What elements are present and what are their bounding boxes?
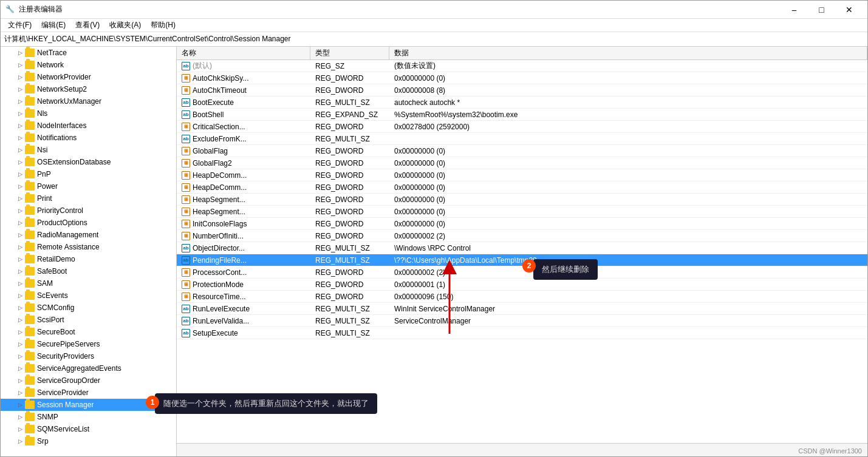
table-row[interactable]: abBootShellREG_EXPAND_SZ%SystemRoot%\sys… xyxy=(177,109,867,121)
expand-icon-nls: ▷ xyxy=(15,109,25,118)
cell-data: ServiceControlManager xyxy=(389,315,867,327)
tree-item-remoteassistance[interactable]: ▷ Remote Assistance xyxy=(1,241,176,253)
table-row[interactable]: ⊞NumberOfIniti...REG_DWORD0x00000002 (2) xyxy=(177,230,867,242)
cell-type: REG_DWORD xyxy=(310,230,389,242)
table-row[interactable]: ab(默认)REG_SZ(数值未设置) xyxy=(177,60,867,72)
cell-data: autocheck autochk * xyxy=(389,96,867,108)
menu-help[interactable]: 帮助(H) xyxy=(146,19,180,32)
cell-type: REG_DWORD xyxy=(310,291,389,302)
table-row[interactable]: abRunLevelExecuteREG_MULTI_SZWinInit Ser… xyxy=(177,303,867,315)
table-row[interactable]: abBootExecuteREG_MULTI_SZautocheck autoc… xyxy=(177,96,867,109)
tree-item-osextension[interactable]: ▷ OSExtensionDatabase xyxy=(1,156,176,168)
tree-label-sessionmanager: Session Manager xyxy=(37,401,94,409)
tree-item-nsi[interactable]: ▷ Nsi xyxy=(1,144,176,156)
maximize-button[interactable]: □ xyxy=(808,1,835,19)
table-row[interactable]: ⊞ResourceTime...REG_DWORD0x00000096 (150… xyxy=(177,291,867,303)
expand-icon-radiomanagement: ▷ xyxy=(15,230,25,240)
ab-icon: ab xyxy=(182,135,190,143)
cell-name: abBootShell xyxy=(177,109,310,120)
expand-icon-notifications: ▷ xyxy=(15,133,25,143)
tree-item-nodeinterfaces[interactable]: ▷ NodeInterfaces xyxy=(1,120,176,132)
menu-edit[interactable]: 编辑(E) xyxy=(36,19,70,32)
tree-item-snmp[interactable]: ▷ SNMP xyxy=(1,411,176,423)
table-row[interactable]: abRunLevelValida...REG_MULTI_SZServiceCo… xyxy=(177,315,867,327)
menu-favorites[interactable]: 收藏夹(A) xyxy=(104,19,146,32)
tree-item-securityproviders[interactable]: ▷ SecurityProviders xyxy=(1,350,176,362)
cell-data: \??\C:\Users\gh\AppData\Local\Temp\tmp28… xyxy=(389,254,867,266)
close-button[interactable]: ✕ xyxy=(835,1,863,19)
table-row[interactable]: ⊞ProtectionModeREG_DWORD0x00000001 (1) xyxy=(177,279,867,291)
tree-item-prioritycontrol[interactable]: ▷ PriorityControl xyxy=(1,205,176,217)
cell-name: ab(默认) xyxy=(177,60,310,72)
tooltip-text-1: 随便选一个文件夹，然后再重新点回这个文件夹，就出现了 xyxy=(163,399,369,408)
tree-item-secureboot[interactable]: ▷ SecureBoot xyxy=(1,326,176,338)
sidebar[interactable]: ▷ NetTrace ▷ Network ▷ NetworkProvider ▷… xyxy=(1,47,177,456)
expand-icon-prioritycontrol: ▷ xyxy=(15,206,25,215)
menu-bar: 文件(F) 编辑(E) 查看(V) 收藏夹(A) 帮助(H) xyxy=(1,19,867,32)
tree-item-radiomanagement[interactable]: ▷ RadioManagement xyxy=(1,229,176,241)
minimize-button[interactable]: ‒ xyxy=(781,1,808,19)
tree-item-notifications[interactable]: ▷ Notifications xyxy=(1,132,176,144)
expand-icon-sam: ▷ xyxy=(15,279,25,288)
tree-item-power[interactable]: ▷ Power xyxy=(1,180,176,192)
cell-type: REG_MULTI_SZ xyxy=(310,133,389,144)
tree-item-serviceaggregated[interactable]: ▷ ServiceAggregatedEvents xyxy=(1,362,176,374)
table-row[interactable]: abExcludeFromK...REG_MULTI_SZ xyxy=(177,133,867,145)
expand-icon-secureboot: ▷ xyxy=(15,327,25,337)
address-bar: 计算机\HKEY_LOCAL_MACHINE\SYSTEM\CurrentCon… xyxy=(1,32,867,47)
table-row[interactable]: ⊞AutoChkTimeoutREG_DWORD0x00000008 (8) xyxy=(177,84,867,96)
expand-icon-safeboot: ▷ xyxy=(15,266,25,276)
table-row[interactable]: ⊞HeapDeComm...REG_DWORD0x00000000 (0) xyxy=(177,181,867,194)
address-text: 计算机\HKEY_LOCAL_MACHINE\SYSTEM\CurrentCon… xyxy=(4,34,291,44)
app-icon: 🔧 xyxy=(5,5,15,15)
tree-item-securepipeservers[interactable]: ▷ SecurePipeServers xyxy=(1,338,176,350)
tree-item-sqmservicelist[interactable]: ▷ SQMServiceList xyxy=(1,423,176,435)
status-bar xyxy=(177,443,867,456)
tree-item-servicegrouporder[interactable]: ▷ ServiceGroupOrder xyxy=(1,374,176,387)
expand-icon-nettrace: ▷ xyxy=(15,48,25,58)
menu-view[interactable]: 查看(V) xyxy=(70,19,104,32)
tree-item-scmconfig[interactable]: ▷ SCMConfig xyxy=(1,302,176,314)
tree-item-retaildemo[interactable]: ▷ RetailDemo xyxy=(1,253,176,265)
table-row[interactable]: ⊞HeapDeComm...REG_DWORD0x00000000 (0) xyxy=(177,169,867,181)
folder-icon-networkuxmanager xyxy=(25,97,35,106)
table-row[interactable]: ⊞ProcessorCont...REG_DWORD0x00000002 (2) xyxy=(177,266,867,279)
tree-item-print[interactable]: ▷ Print xyxy=(1,192,176,205)
tree-item-scevents[interactable]: ▷ ScEvents xyxy=(1,289,176,302)
table-row[interactable]: ⊞InitConsoleFlagsREG_DWORD0x00000000 (0) xyxy=(177,218,867,230)
tree-item-nls[interactable]: ▷ Nls xyxy=(1,107,176,120)
tree-item-productoptions[interactable]: ▷ ProductOptions xyxy=(1,217,176,229)
table-row[interactable]: ⊞HeapSegment...REG_DWORD0x00000000 (0) xyxy=(177,206,867,218)
table-row[interactable]: ⊞GlobalFlagREG_DWORD0x00000000 (0) xyxy=(177,145,867,157)
table-row[interactable]: ⊞GlobalFlag2REG_DWORD0x00000000 (0) xyxy=(177,157,867,169)
ab-icon: ab xyxy=(182,244,190,252)
menu-file[interactable]: 文件(F) xyxy=(3,19,36,32)
table-row[interactable]: ⊞AutoChkSkipSy...REG_DWORD0x00000000 (0) xyxy=(177,72,867,84)
table-row[interactable]: ⊞HeapSegment...REG_DWORD0x00000000 (0) xyxy=(177,194,867,206)
expand-icon-srp: ▷ xyxy=(15,436,25,446)
table-row[interactable]: abSetupExecuteREG_MULTI_SZ xyxy=(177,327,867,339)
ab-icon: ab xyxy=(182,329,190,337)
cell-name: abPendingFileRe... xyxy=(177,254,310,266)
tree-label-network: Network xyxy=(37,61,64,69)
ab-icon: ab xyxy=(182,110,190,119)
tree-item-networkprovider[interactable]: ▷ NetworkProvider xyxy=(1,71,176,83)
tree-item-networksetup2[interactable]: ▷ NetworkSetup2 xyxy=(1,83,176,95)
tree-item-srp[interactable]: ▷ Srp xyxy=(1,435,176,447)
tree-item-pnp[interactable]: ▷ PnP xyxy=(1,168,176,180)
tree-item-safeboot[interactable]: ▷ SafeBoot xyxy=(1,265,176,277)
table-row[interactable]: ⊞CriticalSection...REG_DWORD0x00278d00 (… xyxy=(177,121,867,133)
tree-item-sam[interactable]: ▷ SAM xyxy=(1,277,176,289)
tree-item-networkuxmanager[interactable]: ▷ NetworkUxManager xyxy=(1,95,176,107)
registry-table[interactable]: 名称 类型 数据 ab(默认)REG_SZ(数值未设置)⊞AutoChkSkip… xyxy=(177,47,867,443)
ab-icon: ab xyxy=(182,98,190,107)
cell-type: REG_DWORD xyxy=(310,157,389,169)
tree-item-scsiport[interactable]: ▷ ScsiPort xyxy=(1,314,176,326)
folder-icon-securepipeservers xyxy=(25,340,35,348)
table-row[interactable]: abObjectDirector...REG_MULTI_SZ\Windows … xyxy=(177,242,867,254)
tree-label-snmp: SNMP xyxy=(37,413,58,421)
dword-icon: ⊞ xyxy=(182,123,190,131)
dword-icon: ⊞ xyxy=(182,293,190,301)
tree-item-network[interactable]: ▷ Network xyxy=(1,59,176,71)
tree-item-nettrace[interactable]: ▷ NetTrace xyxy=(1,47,176,59)
